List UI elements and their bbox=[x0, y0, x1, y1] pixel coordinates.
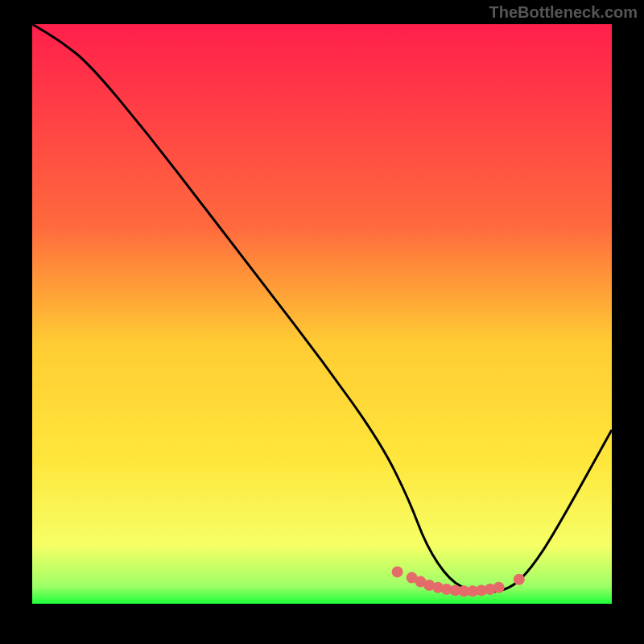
highlight-dot bbox=[392, 566, 403, 577]
plot-frame bbox=[32, 24, 612, 604]
chart-svg bbox=[32, 24, 612, 604]
highlight-dot bbox=[514, 574, 525, 585]
watermark-text: TheBottleneck.com bbox=[489, 3, 638, 22]
highlight-dot bbox=[493, 582, 505, 593]
chart-background bbox=[32, 24, 612, 604]
